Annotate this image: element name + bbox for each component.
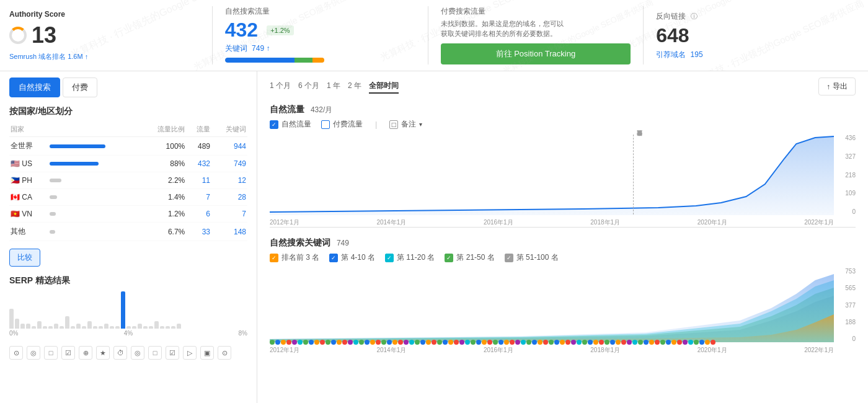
legend-paid[interactable]: 付费流量 <box>321 119 363 130</box>
serp-icon-7[interactable]: ◎ <box>131 346 144 360</box>
export-btn[interactable]: ↑ 导出 <box>818 78 856 95</box>
kw-dot-7 <box>309 340 314 345</box>
country-traffic-5: 33 <box>186 223 211 241</box>
country-kw-5: 148 <box>211 223 247 241</box>
serp-icon-4[interactable]: ⊕ <box>79 346 92 360</box>
kw-dot-30 <box>437 340 442 345</box>
col-header-kw: 关键词 <box>211 122 247 137</box>
kw-dot-26 <box>415 340 420 345</box>
country-bar-2 <box>48 172 140 189</box>
serp-bar-28 <box>166 326 170 329</box>
time-range-row: 1 个月6 个月1 年2 年全部时间 ↑ 导出 <box>270 78 856 95</box>
paid-traffic-section: 付费搜索流量 未找到数据。如果这是您的域名，您可以获取关键词排名相关的所有必要数… <box>428 6 644 64</box>
kw-dot-34 <box>459 340 464 345</box>
serp-bar-30 <box>177 324 181 329</box>
serp-icon-2[interactable]: □ <box>44 346 58 360</box>
kw-dot-21 <box>387 340 392 345</box>
kw-dot-65 <box>632 340 637 345</box>
legend-paid-label: 付费流量 <box>333 119 363 130</box>
serp-icon-6[interactable]: ⏱ <box>113 346 127 360</box>
serp-icon-8[interactable]: □ <box>148 346 162 360</box>
traffic-chart-section: 自然流量 432/月 ✓ 自然流量 付费流量 | □ 备注 ▾ <box>270 104 856 228</box>
kw-dot-31 <box>443 340 448 345</box>
kw-dot-13 <box>342 340 347 345</box>
serp-icon-12[interactable]: ⊙ <box>218 346 231 360</box>
top-bar: 光算科技 · 行业领先的Google SEO服务供应商 光算科技 · 行业领先的… <box>0 0 868 71</box>
kw-dot-73 <box>677 340 682 345</box>
country-kw-2: 12 <box>211 172 247 189</box>
serp-bar-17 <box>104 324 108 329</box>
kw-dot-22 <box>392 340 397 345</box>
country-traffic-4: 6 <box>186 206 211 223</box>
time-range-3[interactable]: 2 年 <box>348 79 361 94</box>
kw-x-5: 2022年1月 <box>804 346 834 355</box>
serp-icon-9[interactable]: ☑ <box>166 346 179 360</box>
serp-bar-18 <box>110 326 114 329</box>
time-range-0[interactable]: 1 个月 <box>270 79 291 94</box>
organic-traffic-label: 自然搜索流量 <box>225 6 415 17</box>
legend-organic[interactable]: ✓ 自然流量 <box>270 119 311 130</box>
serp-bar-22 <box>132 326 136 329</box>
serp-icon-11[interactable]: ▣ <box>200 346 214 360</box>
kw-dot-0 <box>270 340 275 345</box>
kw-legend-2[interactable]: ✓第 11-20 名 <box>385 252 435 263</box>
kw-dot-36 <box>471 340 476 345</box>
legend-notes[interactable]: □ 备注 ▾ <box>389 119 422 130</box>
kw-dot-20 <box>381 340 386 345</box>
tab-organic[interactable]: 自然搜索 <box>9 78 60 97</box>
tab-row: 自然搜索 付费 <box>9 78 247 97</box>
kw-legend-4[interactable]: ✓第 51-100 名 <box>505 252 559 263</box>
kw-dot-2 <box>281 340 286 345</box>
country-name-0: 全世界 <box>9 137 48 156</box>
kw-dot-76 <box>694 340 699 345</box>
kw-dot-19 <box>376 340 381 345</box>
kw-legend-label-4: 第 51-100 名 <box>516 252 559 263</box>
time-range-4[interactable]: 全部时间 <box>369 79 399 94</box>
time-range-1[interactable]: 6 个月 <box>298 79 319 94</box>
time-range-2[interactable]: 1 年 <box>327 79 340 94</box>
traffic-y-2: 218 <box>836 172 856 179</box>
kw-y-1: 565 <box>836 285 856 291</box>
compare-btn[interactable]: 比较 <box>9 249 40 267</box>
kw-y-0: 753 <box>836 268 856 275</box>
kw-dot-28 <box>426 340 431 345</box>
country-pct-0: 100% <box>140 137 186 156</box>
serp-icon-1[interactable]: ◎ <box>27 346 40 360</box>
kw-dot-6 <box>303 340 308 345</box>
kw-dot-49 <box>543 340 548 345</box>
kw-dot-57 <box>588 340 593 345</box>
country-kw-1: 749 <box>211 156 247 172</box>
position-tracking-btn[interactable]: 前往 Position Tracking <box>441 43 631 64</box>
serp-bar-7 <box>48 326 53 329</box>
country-pct-5: 6.7% <box>140 223 186 241</box>
country-bar-0 <box>48 137 140 156</box>
kw-legend-3[interactable]: ✓第 21-50 名 <box>445 252 494 263</box>
serp-icon-5[interactable]: ★ <box>96 346 110 360</box>
kw-dot-51 <box>554 340 559 345</box>
serp-bar-26 <box>154 321 159 329</box>
serp-icon-3[interactable]: ☑ <box>61 346 75 360</box>
tab-paid[interactable]: 付费 <box>63 78 97 97</box>
kw-legend-box-3: ✓ <box>445 254 453 262</box>
time-range-options: 1 个月6 个月1 年2 年全部时间 <box>270 79 399 94</box>
traffic-x-4: 2020年1月 <box>698 218 727 227</box>
kw-dot-3 <box>286 340 291 345</box>
serp-icon-10[interactable]: ▷ <box>183 346 197 360</box>
traffic-chart: 数据密度提升 4363272181090 <box>270 135 856 228</box>
kw-dot-37 <box>476 340 481 345</box>
serp-icon-0[interactable]: ⊙ <box>9 346 23 360</box>
country-name-2: 🇵🇭 PH <box>9 172 48 189</box>
backlinks-label: 反向链接 ⓘ <box>656 11 846 22</box>
serp-title: SERP 精选结果 <box>9 275 247 286</box>
kw-dot-77 <box>699 340 704 345</box>
right-panel: 1 个月6 个月1 年2 年全部时间 ↑ 导出 自然流量 432/月 ✓ 自然流… <box>257 71 868 403</box>
country-name-4: 🇻🇳 VN <box>9 206 48 223</box>
left-panel: 自然搜索 付费 按国家/地区划分 国家 流量比例 流量 关键词 全世界100%4… <box>0 71 257 403</box>
kw-legend-0[interactable]: ✓排名前 3 名 <box>270 252 319 263</box>
kw-legend-1[interactable]: ✓第 4-10 名 <box>329 252 375 263</box>
kw-dot-62 <box>616 340 621 345</box>
keywords-svg <box>270 268 834 342</box>
traffic-x-3: 2018年1月 <box>590 218 620 227</box>
traffic-progress-bar <box>225 58 324 63</box>
kw-x-0: 2012年1月 <box>270 346 299 355</box>
